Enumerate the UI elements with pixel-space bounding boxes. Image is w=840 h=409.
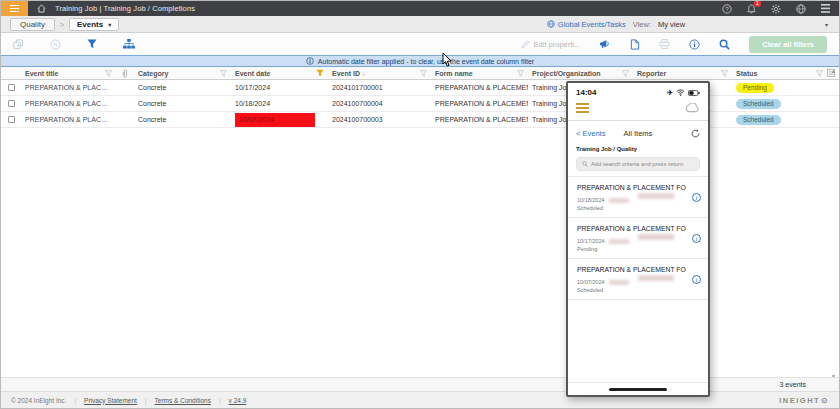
form-name-cell: PREPARATION & PLACEMENT FOR S... (431, 96, 528, 111)
header-event-title[interactable]: Event title (21, 67, 116, 79)
header-project-organization[interactable]: Project/Organization (528, 67, 633, 79)
phone-search-input[interactable]: Add search criteria and press return (576, 157, 700, 171)
window-title: Training Job | Training Job / Completion… (55, 4, 195, 13)
toolbar: Edit properti... Clear all filters (1, 33, 839, 55)
home-indicator[interactable] (609, 388, 667, 391)
search-icon (582, 161, 588, 167)
copyright-text: © 2024 InEight Inc. (11, 397, 66, 404)
breadcrumb-quality[interactable]: Quality (10, 18, 55, 31)
header-attachment[interactable] (116, 67, 134, 79)
filter-icon[interactable] (420, 70, 427, 77)
app-window: Training Job | Training Job / Completion… (0, 0, 840, 409)
info-icon[interactable]: i (692, 193, 701, 202)
phone-list-item[interactable]: PREPARATION & PLACEMENT FOR S... 10/18/2… (568, 177, 708, 218)
phone-back-link[interactable]: < Events (576, 129, 605, 138)
event-title-link[interactable]: PREPARATION & PLACEMENT FOR S... (25, 100, 112, 107)
page-footer: © 2024 InEight Inc. | Privacy Statement … (1, 391, 839, 408)
search-icon[interactable] (719, 39, 730, 50)
event-id-cell: 2024100700003 (328, 112, 431, 127)
events-count-bar: 3 events (1, 377, 839, 391)
global-events-tasks-link[interactable]: Global Events/Tasks (547, 20, 626, 29)
vertical-scrollbar[interactable]: ▲ ▼ (829, 68, 838, 379)
table-row: PREPARATION & PLACEMENT FOR S... Concret… (1, 96, 839, 112)
globe-icon[interactable] (796, 4, 806, 14)
status-badge: Pending (736, 83, 774, 93)
phone-item-list: PREPARATION & PLACEMENT FOR S... 10/18/2… (568, 176, 708, 300)
row-checkbox[interactable] (8, 116, 15, 123)
print-icon[interactable] (659, 39, 670, 49)
header-event-date[interactable]: Event date (231, 67, 328, 79)
info-icon[interactable]: i (692, 234, 701, 243)
megaphone-icon[interactable] (599, 39, 611, 49)
header-category[interactable]: Category (134, 67, 231, 79)
event-title-link[interactable]: PREPARATION & PLACEMENT FOR S... (25, 84, 112, 91)
version-link[interactable]: v 24.9 (229, 397, 247, 404)
ineight-logo: INEIGHT ⊙ (779, 396, 829, 405)
paperclip-icon (122, 69, 128, 78)
ineight-logo-mark: ⊙ (821, 396, 829, 405)
form-name-cell: PREPARATION & PLACEMENT FOR S... (431, 112, 528, 127)
info-icon[interactable] (689, 39, 700, 50)
event-date-cell: 10/18/2024 (231, 96, 328, 111)
header-reporter[interactable]: Reporter (633, 67, 732, 79)
phone-status-bar: 14:04 ✈ (568, 83, 708, 98)
filter-icon[interactable] (622, 70, 629, 77)
main-menu-button[interactable] (1, 1, 28, 16)
filter-icon[interactable] (105, 70, 112, 77)
pencil-icon (521, 40, 530, 49)
top-bar: Training Job | Training Job / Completion… (1, 1, 839, 16)
view-select[interactable]: My view ▾ (658, 20, 830, 29)
settings-gear-icon[interactable] (771, 4, 781, 14)
duplicate-icon[interactable] (13, 39, 24, 50)
phone-menu-icon[interactable] (576, 103, 589, 113)
phone-list-item[interactable]: PREPARATION & PLACEMENT FOR S... 10/07/2… (568, 259, 708, 300)
view-select-value: My view (658, 20, 685, 29)
refresh-icon[interactable] (691, 129, 700, 138)
row-checkbox[interactable] (8, 84, 15, 91)
phone-item-status: Scheduled (577, 287, 686, 293)
help-icon[interactable]: ? (722, 4, 732, 14)
view-controls: Global Events/Tasks View: My view ▾ (547, 20, 830, 29)
notifications-bell-icon[interactable]: 1 (747, 4, 756, 14)
app-grid-icon[interactable] (821, 4, 830, 13)
edit-properties-button[interactable]: Edit properti... (521, 40, 581, 49)
filter-icon[interactable] (517, 70, 524, 77)
redacted-text (638, 275, 674, 281)
scroll-up-icon[interactable]: ▲ (831, 68, 836, 74)
phone-app-bar (568, 98, 708, 121)
phone-nav-bar: < Events All Items (568, 121, 708, 140)
terms-link[interactable]: Terms & Conditions (155, 397, 211, 404)
home-icon[interactable] (37, 4, 46, 13)
header-form-name[interactable]: Form name (431, 67, 528, 79)
mobile-preview-overlay: 14:04 ✈ < Events All Items Training Job … (566, 81, 710, 397)
privacy-link[interactable]: Privacy Statement (84, 397, 137, 404)
export-document-icon[interactable] (630, 39, 640, 50)
info-icon[interactable]: i (692, 275, 701, 284)
cloud-sync-icon[interactable] (685, 103, 700, 113)
phone-subtitle: Training Job / Quality (568, 140, 708, 154)
cancel-circle-icon[interactable] (50, 39, 61, 50)
phone-search-placeholder: Add search criteria and press return (591, 161, 683, 167)
header-status[interactable]: Status (732, 67, 827, 79)
row-checkbox[interactable] (8, 100, 15, 107)
events-count: 3 events (780, 381, 806, 388)
event-date-cell: 10/17/2024 (231, 80, 328, 95)
hierarchy-icon[interactable] (123, 39, 135, 49)
events-tab[interactable]: Events ▾ (69, 18, 119, 31)
event-title-link[interactable]: PREPARATION & PLACEMENT FOR S... (25, 116, 112, 123)
filter-funnel-icon[interactable] (87, 39, 97, 49)
filter-icon[interactable] (816, 70, 823, 77)
filter-icon[interactable] (721, 70, 728, 77)
phone-list-item[interactable]: PREPARATION & PLACEMENT FOR S... 10/17/2… (568, 218, 708, 259)
topbar-actions: ? 1 (722, 4, 839, 14)
header-event-id[interactable]: Event ID ↓ (328, 67, 431, 79)
table-row: PREPARATION & PLACEMENT FOR S... Concret… (1, 112, 839, 128)
filter-icon[interactable] (220, 70, 227, 77)
banner-text: Automatic date filter applied - to clear… (318, 58, 534, 65)
active-filter-icon[interactable] (316, 69, 324, 77)
attachment-cell (116, 112, 134, 127)
clear-all-filters-button[interactable]: Clear all filters (749, 36, 827, 53)
sort-desc-icon[interactable]: ↓ (362, 70, 366, 77)
phone-item-title: PREPARATION & PLACEMENT FOR S... (577, 266, 686, 273)
battery-icon (688, 90, 700, 96)
